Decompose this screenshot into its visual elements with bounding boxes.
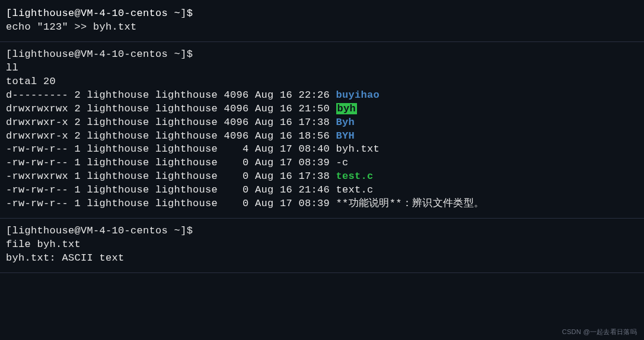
- file-meta: -rw-rw-r-- 1 lighthouse lighthouse 0 Aug…: [6, 198, 336, 209]
- file-meta: d--------- 2 lighthouse lighthouse 4096 …: [6, 89, 336, 101]
- file-row: -rw-rw-r-- 1 lighthouse lighthouse 4 Aug…: [6, 143, 638, 156]
- file-row: -rw-rw-r-- 1 lighthouse lighthouse 0 Aug…: [6, 197, 638, 211]
- terminal-block-3: [lighthouse@VM-4-10-centos ~]$ file byh.…: [0, 219, 644, 273]
- prompt-symbol: $: [187, 225, 193, 236]
- prompt-bracket-close: ]: [180, 49, 187, 60]
- file-row: drwxrwxr-x 2 lighthouse lighthouse 4096 …: [6, 116, 638, 130]
- prompt-user: lighthouse: [12, 8, 75, 19]
- prompt-at: @: [75, 49, 81, 60]
- prompt-line[interactable]: [lighthouse@VM-4-10-centos ~]$: [6, 48, 638, 62]
- command-input[interactable]: echo "123" >> byh.txt: [6, 21, 638, 34]
- terminal-block-2: [lighthouse@VM-4-10-centos ~]$ ll total …: [0, 42, 644, 219]
- file-row: d--------- 2 lighthouse lighthouse 4096 …: [6, 89, 638, 102]
- prompt-bracket-open: [: [6, 225, 12, 236]
- ll-listing: d--------- 2 lighthouse lighthouse 4096 …: [6, 89, 638, 211]
- prompt-bracket-open: [: [6, 49, 12, 60]
- file-row: -rw-rw-r-- 1 lighthouse lighthouse 0 Aug…: [6, 184, 638, 197]
- file-meta: drwxrwxr-x 2 lighthouse lighthouse 4096 …: [6, 130, 336, 142]
- file-name[interactable]: byh.txt: [336, 143, 380, 155]
- file-meta: -rw-rw-r-- 1 lighthouse lighthouse 0 Aug…: [6, 184, 336, 195]
- file-name[interactable]: **功能说明**：辨识文件类型。: [336, 198, 484, 209]
- prompt-user: lighthouse: [12, 225, 75, 236]
- ll-total: total 20: [6, 75, 638, 89]
- prompt-path: ~: [174, 49, 181, 60]
- command-output: byh.txt: ASCII text: [6, 252, 638, 265]
- prompt-symbol: $: [187, 8, 193, 19]
- prompt-at: @: [75, 8, 81, 19]
- file-name[interactable]: BYH: [336, 130, 355, 142]
- prompt-host: VM-4-10-centos: [81, 8, 168, 19]
- command-input[interactable]: file byh.txt: [6, 238, 638, 252]
- prompt-at: @: [75, 225, 81, 236]
- file-name[interactable]: byh: [336, 103, 358, 114]
- prompt-line[interactable]: [lighthouse@VM-4-10-centos ~]$: [6, 7, 638, 21]
- file-row: -rwxrwxrwx 1 lighthouse lighthouse 0 Aug…: [6, 170, 638, 184]
- file-meta: drwxrwxrwx 2 lighthouse lighthouse 4096 …: [6, 103, 336, 114]
- command-input[interactable]: ll: [6, 62, 638, 75]
- file-name[interactable]: -c: [336, 157, 349, 168]
- watermark: CSDN @一起去看日落吗: [562, 328, 637, 336]
- file-meta: -rwxrwxrwx 1 lighthouse lighthouse 0 Aug…: [6, 171, 336, 182]
- file-name[interactable]: Byh: [336, 117, 355, 128]
- prompt-bracket-open: [: [6, 8, 12, 19]
- prompt-path: ~: [174, 8, 181, 19]
- file-meta: drwxrwxr-x 2 lighthouse lighthouse 4096 …: [6, 117, 336, 128]
- prompt-line[interactable]: [lighthouse@VM-4-10-centos ~]$: [6, 224, 638, 238]
- prompt-bracket-close: ]: [180, 8, 187, 19]
- file-row: drwxrwxrwx 2 lighthouse lighthouse 4096 …: [6, 102, 638, 116]
- prompt-bracket-close: ]: [180, 225, 187, 236]
- file-name[interactable]: buyihao: [336, 89, 380, 101]
- file-row: drwxrwxr-x 2 lighthouse lighthouse 4096 …: [6, 130, 638, 143]
- prompt-host: VM-4-10-centos: [81, 225, 168, 236]
- file-meta: -rw-rw-r-- 1 lighthouse lighthouse 0 Aug…: [6, 157, 336, 168]
- prompt-host: VM-4-10-centos: [81, 49, 168, 60]
- file-row: -rw-rw-r-- 1 lighthouse lighthouse 0 Aug…: [6, 156, 638, 170]
- prompt-user: lighthouse: [12, 49, 75, 60]
- prompt-symbol: $: [187, 49, 193, 60]
- file-name[interactable]: text.c: [336, 184, 374, 195]
- prompt-path: ~: [174, 225, 181, 236]
- file-name[interactable]: test.c: [336, 171, 374, 182]
- terminal-block-1: [lighthouse@VM-4-10-centos ~]$ echo "123…: [0, 1, 644, 42]
- file-meta: -rw-rw-r-- 1 lighthouse lighthouse 4 Aug…: [6, 143, 336, 155]
